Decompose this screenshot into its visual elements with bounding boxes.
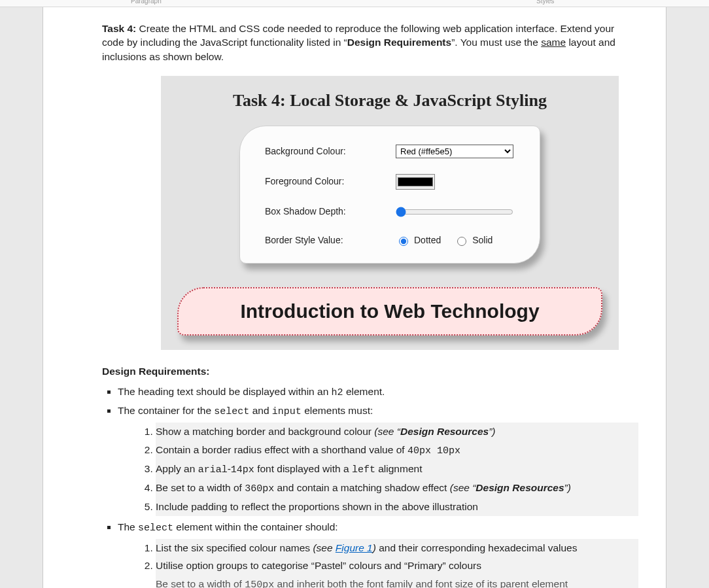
border-solid-radio[interactable] (457, 237, 466, 246)
select-req-2: Utilise option groups to categorise “Pas… (156, 557, 638, 575)
settings-panel: Background Colour: Red (#ffe5e5) Foregro… (239, 126, 540, 264)
container-reqs: Show a matching border and background co… (156, 423, 638, 515)
container-req-1: Show a matching border and background co… (156, 423, 638, 441)
task-label: Task 4: (102, 23, 136, 34)
document-page: Task 4: Create the HTML and CSS code nee… (43, 7, 666, 588)
border-solid-option[interactable]: Solid (454, 234, 493, 247)
select-req-1: List the six specified colour names (see… (156, 539, 638, 557)
ribbon-group-styles: Styles (536, 0, 554, 5)
container-req-2: Contain a border radius effect with a sh… (156, 441, 638, 460)
fg-colour-input[interactable] (396, 174, 435, 190)
embedded-illustration: Task 4: Local Storage & JavaScript Styli… (161, 76, 619, 350)
shadow-depth-label: Box Shadow Depth: (265, 205, 394, 218)
border-dotted-option[interactable]: Dotted (396, 234, 441, 247)
task-intro: Task 4: Create the HTML and CSS code nee… (102, 22, 638, 64)
embedded-title: Task 4: Local Storage & JavaScript Styli… (161, 89, 619, 112)
container-req-4: Be set to a width of 360px and contain a… (156, 479, 638, 498)
ribbon-group-paragraph: Paragraph (131, 0, 162, 5)
bg-colour-select[interactable]: Red (#ffe5e5) (396, 145, 513, 158)
select-req-3: Be set to a width of 150px and inherit b… (156, 575, 638, 588)
select-reqs: List the six specified colour names (see… (156, 539, 638, 588)
shadow-depth-slider[interactable] (396, 207, 513, 217)
req-bullet-2: The container for the select and input e… (118, 404, 638, 515)
border-dotted-radio[interactable] (399, 237, 408, 246)
req-bullet-3: The select element within the container … (118, 520, 638, 588)
container-req-3: Apply an arial-14px font displayed with … (156, 460, 638, 479)
design-requirements-heading: Design Requirements: (102, 364, 638, 379)
requirements-list: The heading text should be displayed wit… (118, 385, 638, 588)
fg-colour-label: Foreground Colour: (265, 175, 396, 188)
container-req-5: Include padding to reflect the proportio… (156, 498, 638, 516)
ribbon: Paragraph Styles (0, 0, 709, 7)
border-style-label: Border Style Value: (265, 234, 396, 247)
figure-1-link[interactable]: Figure 1 (336, 542, 373, 553)
result-banner: Introduction to Web Technology (177, 287, 602, 336)
bg-colour-label: Background Colour: (265, 145, 396, 158)
req-bullet-1: The heading text should be displayed wit… (118, 385, 638, 400)
